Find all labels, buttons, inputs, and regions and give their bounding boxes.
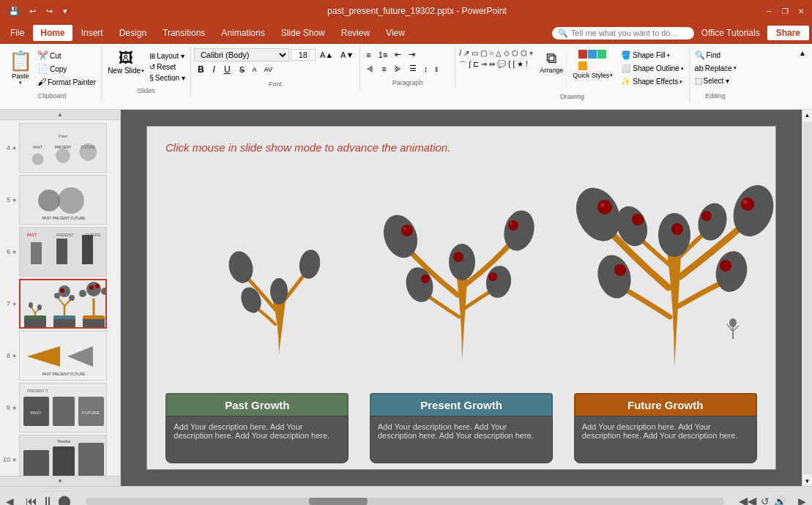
redo-qat-btn[interactable]: ↪ bbox=[43, 5, 56, 18]
play-indicator[interactable]: ⬤ bbox=[58, 494, 71, 505]
horizontal-scrollbar[interactable] bbox=[86, 498, 724, 505]
numbering-button[interactable]: 1≡ bbox=[376, 48, 391, 61]
shape-rounded-rect[interactable]: ▢ bbox=[480, 48, 488, 58]
share-button[interactable]: Share bbox=[767, 26, 809, 40]
canvas-vscroll[interactable]: ▲ ▼ bbox=[802, 110, 812, 486]
align-left-button[interactable]: ⫷ bbox=[363, 62, 377, 75]
shape-callout[interactable]: 💬 bbox=[496, 59, 507, 71]
select-button[interactable]: ⬚Select ▾ bbox=[693, 75, 739, 86]
shape-pentagon[interactable]: ⬠ bbox=[511, 48, 519, 58]
shape-double-arrow[interactable]: ⇔ bbox=[488, 59, 496, 71]
minimize-btn[interactable]: ─ bbox=[764, 6, 774, 16]
decrease-indent-button[interactable]: ⇤ bbox=[392, 48, 404, 61]
bold-button[interactable]: B bbox=[194, 63, 208, 76]
new-slide-button[interactable]: 🖼 New Slide ▾ bbox=[105, 48, 147, 76]
shape-rect[interactable]: ▭ bbox=[471, 48, 479, 58]
slide-thumb-6[interactable]: 6 ★ PAST PRESENT FUTURE bbox=[1, 227, 119, 277]
slide-thumb-8[interactable]: 8 ★ PAST PRESENT FUTURE bbox=[1, 331, 119, 381]
customize-qat-btn[interactable]: ▾ bbox=[60, 5, 70, 18]
menu-view[interactable]: View bbox=[379, 25, 412, 41]
slide-thumb-4[interactable]: 4 ★ Past PAST PRESENT FUTURE bbox=[1, 123, 119, 173]
slide-scroll-right-btn[interactable]: ▶ bbox=[795, 494, 809, 506]
menu-design[interactable]: Design bbox=[112, 25, 154, 41]
vscroll-thumb[interactable] bbox=[803, 121, 812, 474]
ribbon-collapse-btn[interactable]: ▲ bbox=[796, 47, 809, 59]
restore-btn[interactable]: ❐ bbox=[780, 6, 790, 16]
shape-freeform[interactable]: ⌒ bbox=[458, 59, 467, 71]
menu-animations[interactable]: Animations bbox=[214, 25, 272, 41]
shape-bracket[interactable]: [ bbox=[512, 59, 515, 71]
shape-outline-button[interactable]: ⬜Shape Outline▾ bbox=[619, 63, 685, 74]
format-painter-button[interactable]: 🖌Format Painter bbox=[35, 76, 98, 88]
strikethrough-button[interactable]: S̶ bbox=[236, 64, 248, 76]
menu-insert[interactable]: Insert bbox=[74, 25, 111, 41]
columns-button[interactable]: ⫾ bbox=[432, 62, 442, 75]
paste-button[interactable]: 📋 Paste ▾ bbox=[6, 48, 35, 87]
italic-button[interactable]: I bbox=[209, 63, 219, 76]
menu-transitions[interactable]: Transitions bbox=[155, 25, 212, 41]
slide-thumb-9[interactable]: 9 ★ PRESENT IT PAST FUTURE bbox=[1, 383, 119, 433]
layout-button[interactable]: ⊞Layout ▾ bbox=[147, 51, 187, 61]
office-tutorials-link[interactable]: Office Tutorials bbox=[696, 25, 766, 41]
replace-button[interactable]: abReplace▾ bbox=[693, 63, 739, 73]
undo-qat-btn[interactable]: ↩ bbox=[26, 5, 39, 18]
copy-button[interactable]: 📄Copy bbox=[35, 63, 98, 75]
shape-oval[interactable]: ○ bbox=[488, 48, 494, 58]
shape-connector[interactable]: ⊏ bbox=[472, 59, 480, 71]
font-increase-btn[interactable]: A▲ bbox=[317, 49, 336, 61]
shapes-more-btn[interactable]: ▾ bbox=[529, 48, 534, 58]
shape-line[interactable]: / bbox=[458, 48, 462, 58]
font-color-button[interactable]: A bbox=[250, 64, 260, 75]
volume-btn[interactable]: 🔊 bbox=[774, 495, 786, 506]
search-input[interactable] bbox=[571, 29, 688, 37]
justify-button[interactable]: ☰ bbox=[406, 62, 420, 75]
shape-effects-button[interactable]: ✨Shape Effects▾ bbox=[619, 76, 685, 87]
loop-btn[interactable]: ↺ bbox=[761, 495, 770, 506]
slide-thumb-5[interactable]: 5 ★ PAST PRESENT FUTURE bbox=[1, 175, 119, 225]
panel-scroll-up[interactable]: ▲ bbox=[0, 110, 120, 120]
shape-curve[interactable]: ∫ bbox=[468, 59, 472, 71]
font-size-input[interactable] bbox=[291, 49, 316, 61]
vscroll-up-btn[interactable]: ▲ bbox=[802, 110, 813, 120]
find-button[interactable]: 🔍Find bbox=[693, 50, 739, 61]
shape-brace[interactable]: { bbox=[507, 59, 511, 71]
slide-thumb-10[interactable]: 10 ★ Timeline bbox=[1, 435, 119, 476]
shape-fill-button[interactable]: 🪣Shape Fill▾ bbox=[619, 50, 685, 61]
search-bar[interactable]: 🔍 bbox=[552, 27, 694, 40]
cut-button[interactable]: ✂️Cut bbox=[35, 50, 98, 61]
font-name-select[interactable]: Calibri (Body) bbox=[194, 48, 289, 61]
menu-home[interactable]: Home bbox=[33, 25, 72, 41]
arrange-button[interactable]: ⧉ Arrange bbox=[537, 48, 567, 89]
vscroll-down-btn[interactable]: ▼ bbox=[802, 476, 813, 486]
quick-styles-button[interactable]: Quick Styles ▾ bbox=[570, 48, 616, 89]
font-decrease-btn[interactable]: A▼ bbox=[338, 49, 357, 61]
horizontal-scrollbar-thumb[interactable] bbox=[309, 498, 368, 505]
shape-arrow[interactable]: ↗ bbox=[463, 48, 470, 58]
slide-scroll-left-btn[interactable]: ◀ bbox=[3, 494, 17, 506]
align-right-button[interactable]: ⫸ bbox=[391, 62, 405, 75]
menu-slideshow[interactable]: Slide Show bbox=[274, 25, 332, 41]
shape-triangle[interactable]: △ bbox=[495, 48, 502, 58]
shape-bang[interactable]: ! bbox=[525, 59, 529, 71]
pause-btn[interactable]: ⏸ bbox=[42, 495, 53, 506]
rewind-btn[interactable]: ⏮ bbox=[26, 495, 37, 506]
section-button[interactable]: §Section ▾ bbox=[147, 73, 187, 83]
shape-star[interactable]: ★ bbox=[516, 59, 524, 71]
menu-review[interactable]: Review bbox=[334, 25, 377, 41]
underline-button[interactable]: U bbox=[220, 63, 234, 76]
slide-thumb-7[interactable]: 7 ★ bbox=[1, 279, 119, 329]
close-btn[interactable]: ✕ bbox=[796, 6, 806, 16]
shape-block-arrow[interactable]: ⇒ bbox=[480, 59, 488, 71]
fast-forward-btn[interactable]: ◀◀ bbox=[739, 494, 756, 505]
shape-diamond[interactable]: ◇ bbox=[503, 48, 510, 58]
save-qat-btn[interactable]: 💾 bbox=[6, 5, 22, 18]
char-spacing-button[interactable]: AV bbox=[261, 64, 275, 75]
shape-hexagon[interactable]: ⬡ bbox=[520, 48, 528, 58]
menu-file[interactable]: File bbox=[3, 25, 31, 41]
align-center-button[interactable]: ≡ bbox=[379, 62, 389, 75]
bullets-button[interactable]: ≡ bbox=[363, 48, 373, 61]
increase-indent-button[interactable]: ⇥ bbox=[406, 48, 418, 61]
reset-button[interactable]: ↺Reset bbox=[147, 62, 187, 72]
line-spacing-button[interactable]: ↕ bbox=[421, 62, 431, 75]
panel-scroll-down[interactable]: ▼ bbox=[0, 476, 120, 486]
